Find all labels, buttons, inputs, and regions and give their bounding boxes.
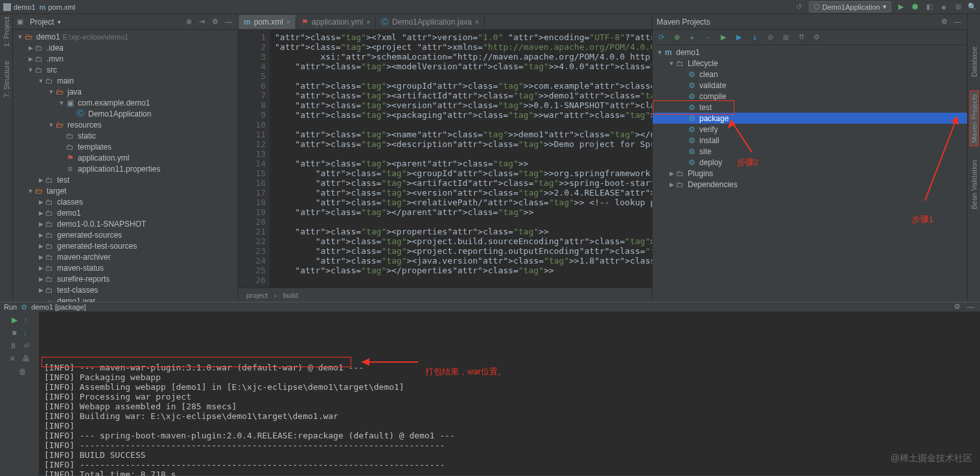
database-tool-button[interactable]: Database — [970, 47, 978, 77]
maven-goal-verify[interactable]: ⚙verify — [653, 124, 967, 135]
gear-icon[interactable]: ⚙ — [954, 302, 963, 312]
project-title: demo1 — [3, 3, 36, 11]
tree-item[interactable]: ▶🗀maven-status — [13, 262, 238, 273]
wrap-icon[interactable]: ⏎ — [23, 341, 30, 350]
hide-icon[interactable]: ― — [967, 302, 976, 312]
tree-item[interactable]: ▶🗀demo1 — [13, 207, 238, 218]
run-body: ▶↑ ■↓ ⏸⏎ ✕🖶 🗑 打包结束，war位置。 [INFO] --- mav… — [0, 312, 980, 476]
run-icon[interactable]: ▶ — [896, 3, 905, 12]
maven-goal-Dependencies[interactable]: ▶🗀Dependencies — [653, 179, 967, 190]
tree-item[interactable]: ▶🗀maven-archiver — [13, 251, 238, 262]
layout-icon[interactable]: ⊞ — [953, 3, 962, 12]
rerun-icon[interactable]: ▶ — [12, 315, 18, 324]
generate-icon[interactable]: ⊕ — [672, 33, 681, 42]
tree-item[interactable]: ▶🗀generated-sources — [13, 229, 238, 240]
code-area[interactable]: "attr">class="tag"><?xml "attr">version=… — [270, 30, 652, 288]
breadcrumb[interactable]: project › build — [239, 288, 652, 302]
project-tree[interactable]: ▼🗁demo1E:\xjc-eclipse\demo1▶🗀.idea▶🗀.mvn… — [13, 30, 238, 302]
pause-icon[interactable]: ⏸ — [9, 341, 17, 350]
maven-goal-install[interactable]: ⚙install — [653, 135, 967, 146]
reimport-icon[interactable]: ↺ — [795, 3, 804, 12]
run-icon[interactable]: ▶ — [719, 33, 728, 42]
maven-goal-clean[interactable]: ⚙clean — [653, 69, 967, 80]
tree-item[interactable]: ▶🗀test-classes — [13, 284, 238, 295]
structure-tool-button[interactable]: 7: Structure — [3, 61, 10, 98]
editor-panel: mpom.xml×⚑application.yml×ⒸDemo1Applicat… — [239, 14, 652, 302]
tree-item[interactable]: ▼🗁target — [13, 185, 238, 196]
tree-item[interactable]: ▶🗀surefire-reports — [13, 273, 238, 284]
editor-tab[interactable]: mpom.xml× — [239, 15, 296, 29]
execute-icon[interactable]: ▶ — [734, 33, 743, 42]
maven-goal-Plugins[interactable]: ▶🗀Plugins — [653, 168, 967, 179]
maven-panel-header: Maven Projects ⚙ ― — [653, 14, 967, 30]
tree-item[interactable]: ▼🗁demo1E:\xjc-eclipse\demo1 — [13, 31, 238, 42]
tree-item[interactable]: ▼🗀src — [13, 64, 238, 75]
toggle-offline-icon[interactable]: ⤓ — [750, 33, 759, 42]
skip-tests-icon[interactable]: ⊘ — [765, 33, 775, 42]
add-icon[interactable]: + — [688, 33, 697, 42]
editor-tab[interactable]: ⒸDemo1Application.java× — [376, 15, 485, 29]
tree-item[interactable]: ▶🗀classes — [13, 196, 238, 207]
breadcrumb-item[interactable]: build — [283, 291, 298, 299]
tree-item[interactable]: ▶🗀generated-test-sources — [13, 240, 238, 251]
gear-icon[interactable]: ⚙ — [212, 17, 221, 27]
print-icon[interactable]: 🖶 — [22, 354, 30, 363]
close-icon[interactable]: × — [366, 19, 370, 26]
search-icon[interactable]: 🔍 — [968, 3, 977, 12]
tree-item[interactable]: 🗀static — [13, 130, 238, 141]
maven-goal-demo1[interactable]: ▼mdemo1 — [653, 47, 967, 58]
maven-tool-button[interactable]: Maven Projects — [970, 91, 978, 146]
tree-item[interactable]: 🗀templates — [13, 141, 238, 152]
gear-icon[interactable]: ⚙ — [941, 17, 950, 27]
maven-goal-test[interactable]: ⚙test — [653, 102, 967, 113]
maven-goal-icon: ⚙ — [21, 303, 27, 312]
debug-icon[interactable]: ⬢ — [911, 3, 920, 12]
tree-item[interactable]: ▼▣com.example.demo1 — [13, 97, 238, 108]
settings-icon[interactable]: ⚙ — [812, 33, 821, 42]
down-icon[interactable]: ↓ — [23, 328, 27, 337]
maven-tree[interactable]: 步骤2 步骤1 ▼mdemo1▼🗀Lifecycle ⚙clean ⚙valid… — [653, 45, 967, 302]
tree-item[interactable]: ▶🗀.mvn — [13, 53, 238, 64]
editor-body[interactable]: 1234567891011121314151617181920212223242… — [239, 30, 652, 288]
collapse-icon[interactable]: ⇥ — [199, 17, 208, 27]
breadcrumb-item[interactable]: project — [246, 291, 268, 299]
maven-goal-Lifecycle[interactable]: ▼🗀Lifecycle — [653, 58, 967, 69]
hide-icon[interactable]: ― — [954, 17, 963, 27]
tree-item[interactable]: ⚑application.yml — [13, 152, 238, 163]
tree-item[interactable]: ▫demo1.war — [13, 295, 238, 302]
close-icon[interactable]: × — [286, 19, 290, 26]
show-deps-icon[interactable]: ⊞ — [781, 33, 790, 42]
tree-item[interactable]: ▼🗀main — [13, 75, 238, 86]
tree-item[interactable]: ▼🗁resources — [13, 119, 238, 130]
maven-goal-package[interactable]: ⚙package — [653, 113, 967, 124]
tree-item[interactable]: ▶🗀test — [13, 174, 238, 185]
main-area: 1: Project 7: Structure ▣ Project ▾ ⊕ ⇥ … — [0, 14, 980, 302]
collapse-all-icon[interactable]: ⇈ — [797, 33, 806, 42]
tree-item[interactable]: ▶🗀demo1-0.0.1-SNAPSHOT — [13, 218, 238, 229]
up-icon[interactable]: ↑ — [24, 315, 28, 324]
close-icon[interactable]: ✕ — [9, 354, 16, 363]
bean-validation-button[interactable]: Bean Validation — [970, 160, 978, 209]
hide-icon[interactable]: ― — [225, 17, 234, 27]
stop-icon[interactable]: ■ — [939, 3, 948, 12]
scroll-from-source-icon[interactable]: ⊕ — [186, 17, 195, 27]
remove-icon[interactable]: − — [703, 33, 712, 42]
project-tool-button[interactable]: 1: Project — [3, 17, 10, 47]
maven-goal-site[interactable]: ⚙site — [653, 146, 967, 157]
editor-tab[interactable]: ⚑application.yml× — [296, 15, 376, 29]
close-icon[interactable]: × — [475, 19, 479, 26]
tree-item[interactable]: ⒸDemo1Application — [13, 108, 238, 119]
maven-goal-compile[interactable]: ⚙compile — [653, 91, 967, 102]
tree-item[interactable]: ≡application11.properties — [13, 163, 238, 174]
run-config-combo[interactable]: ⬡ Demo1Application ▾ — [809, 1, 891, 12]
chevron-down-icon[interactable]: ▾ — [58, 19, 61, 25]
maven-goal-validate[interactable]: ⚙validate — [653, 80, 967, 91]
tree-item[interactable]: ▼🗁java — [13, 86, 238, 97]
stop-icon[interactable]: ■ — [12, 328, 16, 337]
maven-goal-deploy[interactable]: ⚙deploy — [653, 157, 967, 168]
console-output[interactable]: 打包结束，war位置。 [INFO] --- maven-war-plugin:… — [39, 312, 980, 476]
trash-icon[interactable]: 🗑 — [19, 367, 27, 376]
reimport-icon[interactable]: ⟳ — [657, 33, 666, 42]
coverage-icon[interactable]: ◧ — [925, 3, 934, 12]
tree-item[interactable]: ▶🗀.idea — [13, 42, 238, 53]
